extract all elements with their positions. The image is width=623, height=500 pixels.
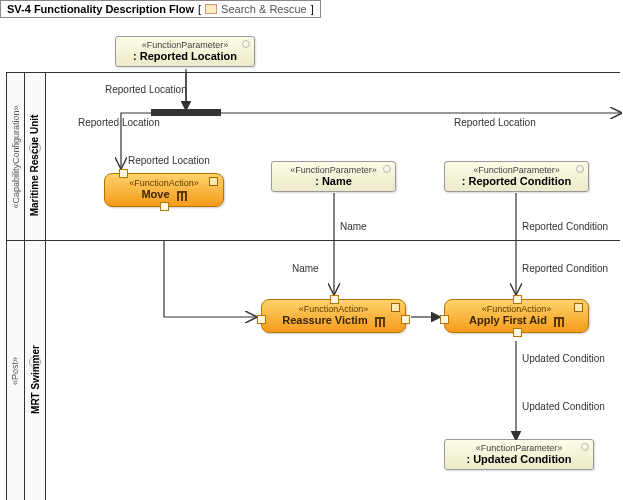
lane2-name: MRT Swimmer: [30, 345, 41, 414]
swimlane-maritime-rescue-unit: «CapabilityConfiguration» Maritime Rescu…: [7, 73, 620, 241]
edge-label: Reported Condition: [522, 221, 608, 232]
input-pin-top[interactable]: [330, 295, 339, 304]
param-name[interactable]: «FunctionParameter» : Name: [271, 161, 396, 192]
diagram-context: Search & Rescue: [221, 3, 307, 15]
action-apply-first-aid[interactable]: «FunctionAction» Apply First Aid: [444, 299, 589, 333]
edge-label: Reported Location: [454, 117, 536, 128]
diagram-title-tab: SV-4 Functionality Description Flow [ Se…: [0, 0, 321, 18]
param-name: : Reported Location: [122, 50, 248, 62]
swimlane-mrt-swimmer: «Post» MRT Swimmer «FunctionAction» Reas…: [7, 241, 620, 500]
input-pin-left[interactable]: [257, 315, 266, 324]
action-move[interactable]: «FunctionAction» Move: [104, 173, 224, 207]
link-icon: [574, 303, 583, 312]
edge-label: Reported Location: [105, 84, 187, 95]
diagram-icon: [205, 4, 217, 14]
stereotype-label: «FunctionParameter»: [451, 165, 582, 175]
link-icon: [209, 177, 218, 186]
param-label: : Updated Condition: [451, 453, 587, 465]
edge-label: Reported Condition: [522, 263, 608, 274]
edge-label: Updated Condition: [522, 353, 605, 364]
action-name: Move: [113, 188, 215, 200]
note-icon: [242, 40, 250, 48]
note-icon: [581, 443, 589, 451]
rake-icon: [554, 317, 564, 325]
param-label: : Name: [278, 175, 389, 187]
edge-label: Reported Location: [128, 155, 210, 166]
lane1-stereotype: «CapabilityConfiguration»: [11, 105, 21, 208]
stereotype-label: «FunctionAction»: [453, 304, 580, 314]
lane1-outer-label: «CapabilityConfiguration»: [7, 73, 25, 240]
edge-label: Updated Condition: [522, 401, 605, 412]
input-pin-top[interactable]: [513, 295, 522, 304]
fork-bar[interactable]: [151, 109, 221, 116]
lane2-stereotype: «Post»: [11, 356, 21, 384]
link-icon: [391, 303, 400, 312]
input-pin[interactable]: [119, 169, 128, 178]
stereotype-label: «FunctionParameter»: [451, 443, 587, 453]
input-pin-left[interactable]: [440, 315, 449, 324]
lane2-inner-label: MRT Swimmer: [25, 241, 46, 500]
lane1-canvas: «FunctionAction» Move «FunctionParameter…: [46, 73, 620, 240]
param-reported-condition[interactable]: «FunctionParameter» : Reported Condition: [444, 161, 589, 192]
param-label: : Reported Condition: [451, 175, 582, 187]
swimlane-container: «CapabilityConfiguration» Maritime Rescu…: [6, 72, 620, 500]
action-reassure-victim[interactable]: «FunctionAction» Reassure Victim: [261, 299, 406, 333]
action-name: Apply First Aid: [453, 314, 580, 326]
stereotype-label: «FunctionAction»: [113, 178, 215, 188]
stereotype-label: «FunctionAction»: [270, 304, 397, 314]
stereotype-label: «FunctionParameter»: [278, 165, 389, 175]
lane2-canvas: «FunctionAction» Reassure Victim «Functi…: [46, 241, 620, 500]
rake-icon: [177, 191, 187, 199]
param-reported-location[interactable]: «FunctionParameter» : Reported Location: [115, 36, 255, 67]
note-icon: [383, 165, 391, 173]
output-pin[interactable]: [160, 202, 169, 211]
edge-label: Name: [292, 263, 319, 274]
note-icon: [576, 165, 584, 173]
action-name: Reassure Victim: [270, 314, 397, 326]
diagram-title: SV-4 Functionality Description Flow: [7, 3, 194, 15]
output-pin-right[interactable]: [401, 315, 410, 324]
rake-icon: [375, 317, 385, 325]
lane1-inner-label: Maritime Rescue Unit: [25, 73, 46, 240]
edge-label: Reported Location: [78, 117, 160, 128]
output-pin-bottom[interactable]: [513, 328, 522, 337]
param-updated-condition[interactable]: «FunctionParameter» : Updated Condition: [444, 439, 594, 470]
edge-label: Name: [340, 221, 367, 232]
stereotype-label: «FunctionParameter»: [122, 40, 248, 50]
lane2-outer-label: «Post»: [7, 241, 25, 500]
lane1-name: Maritime Rescue Unit: [30, 115, 41, 217]
